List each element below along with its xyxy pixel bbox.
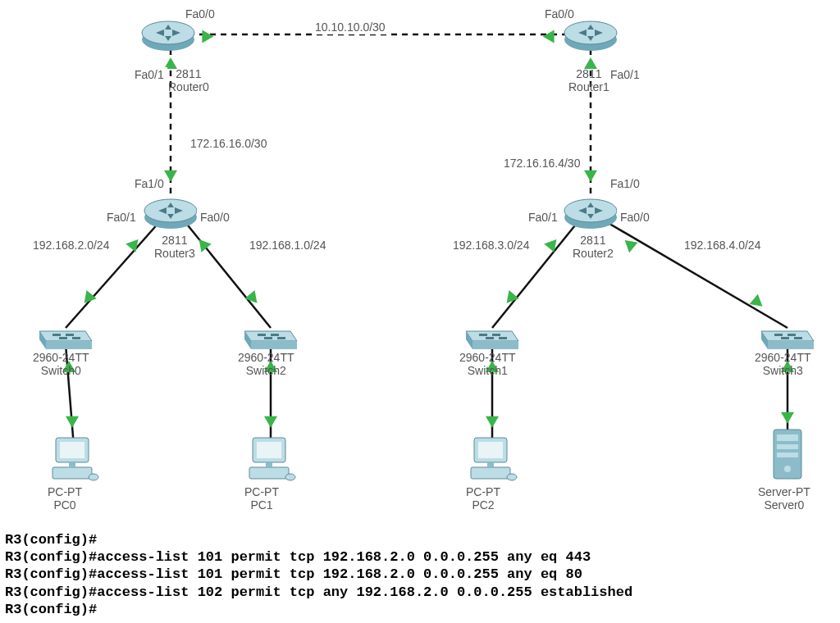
svg-rect-41 [257, 442, 281, 458]
device-label: 2811Router0 [168, 67, 209, 93]
link-up-icon [750, 294, 767, 312]
svg-rect-24 [271, 334, 279, 336]
svg-rect-37 [52, 467, 92, 479]
subnet-label: 192.168.4.0/24 [681, 238, 764, 252]
cli-line: R3(config)# [5, 601, 835, 618]
svg-rect-21 [59, 337, 67, 339]
link-up-icon [543, 30, 555, 43]
router3-icon[interactable] [142, 193, 199, 232]
svg-rect-38 [69, 462, 75, 467]
subnet-label: 172.16.16.4/30 [500, 156, 583, 171]
svg-rect-25 [264, 337, 272, 339]
svg-rect-33 [781, 337, 789, 339]
cli-line: R3(config)# [5, 531, 835, 548]
device-label: PC-PTPC1 [244, 485, 279, 512]
svg-rect-34 [794, 337, 802, 339]
link-up-icon [620, 235, 637, 252]
svg-point-49 [507, 474, 517, 480]
subnet-label: 192.168.1.0/24 [246, 238, 329, 252]
svg-rect-30 [499, 337, 507, 339]
svg-rect-23 [258, 334, 266, 336]
interface-label: Fa0/0 [197, 210, 233, 225]
svg-rect-48 [487, 462, 494, 467]
svg-rect-22 [72, 337, 80, 339]
interface-label: Fa1/0 [607, 176, 643, 191]
cli-line: R3(config)#access-list 101 permit tcp 19… [5, 548, 835, 566]
link-up-icon [501, 290, 518, 307]
svg-rect-20 [66, 334, 74, 336]
link-up-icon [584, 171, 597, 182]
svg-rect-32 [788, 334, 796, 336]
svg-rect-19 [52, 334, 61, 336]
subnet-label: 172.16.16.0/30 [187, 136, 270, 151]
device-label: 2960-24TTSwitch2 [238, 351, 294, 377]
svg-rect-43 [266, 462, 272, 467]
link-up-icon [244, 290, 262, 307]
device-label: 2811Router1 [568, 67, 609, 93]
interface-label: Fa0/0 [541, 7, 578, 21]
interface-label: Fa0/0 [617, 210, 653, 225]
svg-point-44 [285, 474, 295, 480]
interface-label: Fa0/1 [525, 210, 561, 225]
interface-label: Fa1/0 [131, 176, 167, 191]
device-label: 2811Router3 [154, 234, 195, 260]
device-label: Server-PTServer0 [758, 485, 810, 512]
svg-rect-26 [277, 337, 285, 339]
link-up-icon [544, 235, 561, 252]
link-up-icon [79, 290, 96, 307]
subnet-label: 10.10.10.0/30 [312, 20, 389, 34]
cli-line: R3(config)#access-list 101 permit tcp 19… [5, 566, 835, 583]
subnet-label: 192.168.2.0/24 [30, 238, 112, 252]
device-label: PC-PTPC2 [466, 485, 500, 512]
link-up-icon [126, 235, 143, 252]
server0-icon[interactable] [767, 426, 808, 484]
svg-rect-53 [777, 452, 798, 457]
svg-rect-47 [471, 467, 510, 479]
switch0-icon[interactable] [36, 320, 95, 352]
interface-label: Fa0/0 [182, 7, 218, 21]
switch1-icon[interactable] [463, 320, 522, 352]
pc2-icon[interactable] [466, 434, 518, 484]
pc0-icon[interactable] [48, 434, 100, 484]
svg-rect-36 [60, 442, 84, 458]
svg-rect-42 [249, 467, 289, 479]
device-label: 2811Router2 [573, 234, 614, 260]
link-up-icon [264, 416, 277, 428]
link-up-icon [781, 412, 794, 424]
interface-label: Fa0/1 [607, 67, 643, 82]
device-label: 2960-24TTSwitch0 [33, 351, 89, 377]
device-label: PC-PTPC0 [48, 485, 82, 512]
svg-point-39 [89, 474, 98, 480]
pc1-icon[interactable] [244, 434, 297, 484]
svg-rect-51 [777, 434, 798, 441]
device-label: 2960-24TTSwitch3 [755, 351, 810, 377]
interface-label: Fa0/1 [103, 210, 139, 225]
switch3-icon[interactable] [758, 320, 817, 352]
svg-rect-52 [777, 444, 798, 449]
switch2-icon[interactable] [241, 320, 300, 352]
interface-label: Fa0/1 [131, 67, 167, 82]
link-up-icon [486, 416, 499, 428]
cli-line: R3(config)#access-list 102 permit tcp an… [5, 584, 835, 601]
svg-rect-28 [492, 334, 500, 336]
cli-output: R3(config)# R3(config)#access-list 101 p… [0, 530, 840, 623]
svg-rect-27 [479, 334, 487, 336]
subnet-label: 192.168.3.0/24 [450, 238, 532, 252]
router2-icon[interactable] [562, 193, 619, 232]
svg-rect-31 [774, 334, 783, 336]
svg-rect-29 [486, 337, 494, 339]
link-up-icon [202, 30, 213, 43]
link-up-icon [194, 235, 211, 252]
svg-point-54 [784, 466, 791, 472]
link-up-icon [66, 416, 79, 428]
svg-rect-46 [478, 442, 503, 458]
device-label: 2960-24TTSwitch1 [459, 351, 515, 377]
